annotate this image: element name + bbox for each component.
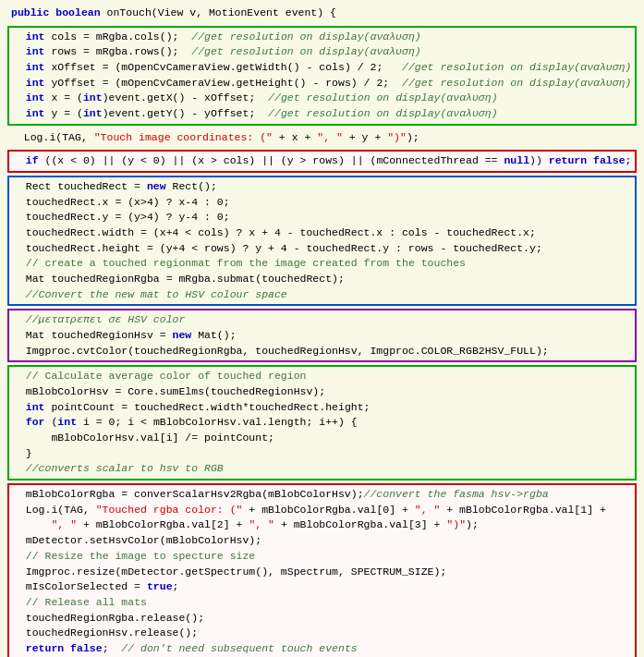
- code-line: mBlobColorHsv.val[i] /= pointCount;: [13, 431, 631, 446]
- purple-box-hsv: //μετατρεπει σε HSV color Mat touchedReg…: [7, 309, 637, 362]
- code-line: //converts scalar to hsv to RGB: [13, 461, 631, 477]
- red2-box-final: mBlobColorRgba = converScalarHsv2Rgba(mB…: [7, 483, 637, 657]
- code-viewer: public boolean onTouch(View v, MotionEve…: [0, 0, 644, 657]
- code-line: mIsColorSelected = true;: [13, 579, 631, 595]
- log-line: Log.i(TAG, "Touch image coordinates: (" …: [6, 128, 638, 148]
- code-line: mBlobColorRgba = converScalarHsv2Rgba(mB…: [13, 487, 631, 503]
- code-line: int x = (int)event.getX() - xOffset; //g…: [13, 91, 631, 106]
- red-box-if-condition: if ((x < 0) || (y < 0) || (x > cols) || …: [7, 150, 637, 173]
- code-line: int y = (int)event.getY() - yOffset; //g…: [13, 106, 631, 122]
- code-line: touchedRect.width = (x+4 < cols) ? x + 4…: [13, 225, 631, 241]
- code-line: }: [13, 446, 631, 462]
- blue-box-rect: Rect touchedRect = new Rect(); touchedRe…: [7, 176, 637, 306]
- code-line: touchedRect.height = (y+4 < rows) ? y + …: [13, 241, 631, 257]
- code-line: Mat touchedRegionRgba = mRgba.submat(tou…: [13, 272, 631, 287]
- code-line: mBlobColorHsv = Core.sumElms(touchedRegi…: [13, 384, 631, 400]
- code-line: int cols = mRgba.cols(); //get resolutio…: [13, 30, 631, 45]
- code-line: Imgproc.resize(mDetector.getSpectrum(), …: [13, 565, 631, 580]
- code-line: return false; // don't need subsequent t…: [13, 641, 631, 657]
- code-line: touchedRegionRgba.release();: [13, 611, 631, 627]
- green2-box-average: // Calculate average color of touched re…: [7, 365, 637, 481]
- code-line: int pointCount = touchedRect.width*touch…: [13, 400, 631, 416]
- code-line: int rows = mRgba.rows(); //get resolutio…: [13, 44, 631, 60]
- code-line: //μετατρεπει σε HSV color: [13, 312, 631, 328]
- code-line: mDetector.setHsvColor(mBlobColorHsv);: [13, 533, 631, 549]
- code-line: touchedRect.y = (y>4) ? y-4 : 0;: [13, 210, 631, 225]
- code-line: for (int i = 0; i < mBlobColorHsv.val.le…: [13, 415, 631, 431]
- code-line: int xOffset = (mOpenCvCameraView.getWidt…: [13, 60, 631, 76]
- code-line: //Convert the new mat to HSV colour spac…: [13, 287, 631, 303]
- code-line: Imgproc.cvtColor(touchedRegionRgba, touc…: [13, 344, 631, 359]
- code-line: ", " + mBlobColorRgba.val[2] + ", " + mB…: [13, 517, 631, 533]
- code-line: Mat touchedRegionHsv = new Mat();: [13, 328, 631, 344]
- code-line: if ((x < 0) || (y < 0) || (x > cols) || …: [13, 153, 631, 169]
- green-box-declarations: int cols = mRgba.cols(); //get resolutio…: [7, 26, 637, 126]
- code-line: touchedRegionHsv.release();: [13, 626, 631, 641]
- code-line: // Resize the image to specture size: [13, 549, 631, 565]
- code-line: // create a touched regionmat from the i…: [13, 256, 631, 272]
- function-header: public boolean onTouch(View v, MotionEve…: [6, 4, 638, 23]
- code-line: Rect touchedRect = new Rect();: [13, 179, 631, 195]
- code-line: // Calculate average color of touched re…: [13, 369, 631, 384]
- code-line: touchedRect.x = (x>4) ? x-4 : 0;: [13, 195, 631, 211]
- code-line: // Release all mats: [13, 595, 631, 611]
- code-line: int yOffset = (mOpenCvCameraView.getHeig…: [13, 76, 631, 91]
- code-line: Log.i(TAG, "Touched rgba color: (" + mBl…: [13, 503, 631, 518]
